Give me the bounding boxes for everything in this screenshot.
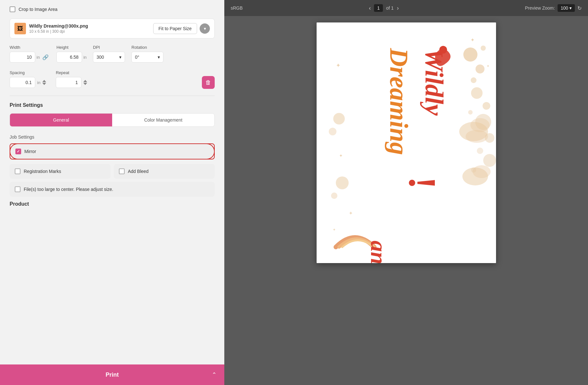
registration-marks-option: Registration Marks (10, 164, 111, 179)
svg-point-7 (468, 110, 473, 115)
zoom-dropdown-icon: ▾ (569, 5, 572, 11)
dropdown-button[interactable]: ▾ (200, 23, 210, 34)
spacing-stepper[interactable] (42, 80, 46, 85)
print-label: Print (105, 372, 119, 378)
left-panel: Crop to Image Area 🖼 Wildly Dreaming@300… (0, 0, 224, 385)
prev-page-button[interactable]: ‹ (369, 5, 371, 12)
tab-color-management[interactable]: Color Management (112, 114, 214, 126)
page-of: of 1 (386, 5, 393, 11)
rotation-select[interactable]: 0° ▾ (131, 52, 163, 63)
dimensions-row: Width in 🔗 Height in DPI 300 ▾ (10, 45, 215, 63)
zoom-label: Preview Zoom: (525, 5, 555, 11)
color-space: sRGB (231, 5, 243, 11)
svg-point-13 (333, 113, 345, 124)
repeat-down-arrow[interactable] (83, 83, 87, 85)
repeat-up-arrow[interactable] (83, 80, 87, 82)
checkbox-options-row: Registration Marks Add Bleed (10, 164, 215, 179)
spacing-label: Spacing (10, 70, 46, 75)
file-info-row: 🖼 Wildly Dreaming@300x.png 10 x 6.58 in … (10, 19, 215, 38)
spacing-down-arrow[interactable] (42, 83, 46, 85)
checkmark-icon: ✓ (17, 149, 20, 154)
preview-svg: ✦ ✦ ✦ ✦ ✦ ✦ Wild (317, 22, 496, 263)
svg-point-25 (466, 130, 488, 143)
delete-button[interactable]: 🗑 (202, 76, 215, 89)
file-name: Wildly Dreaming@300x.png (29, 23, 88, 29)
svg-point-4 (481, 46, 486, 51)
svg-text:!: ! (401, 176, 444, 189)
repeat-label: Repeat (56, 70, 87, 75)
dpi-label: DPI (93, 45, 125, 50)
files-too-large-row: File(s) too large to center. Please adju… (10, 182, 215, 197)
svg-point-14 (329, 128, 336, 135)
mirror-oval-highlight (10, 143, 215, 159)
svg-point-24 (470, 118, 490, 132)
print-settings-title: Print Settings (10, 102, 215, 108)
registration-marks-checkbox[interactable] (15, 168, 21, 174)
width-input[interactable] (10, 52, 35, 63)
svg-point-1 (463, 47, 477, 62)
svg-point-2 (476, 64, 484, 73)
repeat-group: Repeat (56, 70, 87, 88)
dpi-group: DPI 300 ▾ (93, 45, 125, 63)
link-icon[interactable]: 🔗 (41, 53, 50, 62)
tab-general[interactable]: General (10, 114, 112, 126)
refresh-button[interactable]: ↻ (577, 5, 582, 11)
file-info-left: 🖼 Wildly Dreaming@300x.png 10 x 6.58 in … (14, 23, 88, 34)
mirror-checkbox[interactable]: ✓ (15, 149, 21, 154)
height-input[interactable] (56, 52, 82, 63)
page-nav: ‹ 1 of 1 › (369, 4, 399, 12)
divider (10, 96, 215, 96)
svg-text:Dreaming: Dreaming (385, 48, 413, 155)
add-bleed-option: Add Bleed (114, 164, 215, 179)
file-info-right: Fit to Paper Size ▾ (153, 23, 210, 34)
page-number: 1 (374, 4, 383, 12)
svg-text:✦: ✦ (470, 37, 475, 43)
repeat-stepper[interactable] (83, 80, 87, 85)
file-details: Wildly Dreaming@300x.png 10 x 6.58 in | … (29, 23, 88, 34)
right-panel: sRGB ‹ 1 of 1 › Preview Zoom: 100 ▾ ↻ (224, 0, 588, 385)
svg-point-15 (336, 176, 349, 189)
zoom-section: Preview Zoom: 100 ▾ ↻ (525, 4, 582, 12)
repeat-input[interactable] (56, 77, 81, 88)
crop-label: Crop to Image Area (19, 7, 57, 12)
spacing-group: Spacing in (10, 70, 46, 88)
svg-point-16 (331, 193, 337, 199)
svg-text:✦: ✦ (349, 210, 353, 216)
print-expand-icon[interactable]: ⌃ (212, 371, 217, 378)
spacing-input[interactable] (10, 77, 35, 88)
svg-point-5 (471, 87, 483, 99)
product-label: Product (10, 201, 215, 207)
job-settings-label: Job Settings (10, 134, 215, 140)
next-page-button[interactable]: › (397, 5, 399, 12)
mirror-label: Mirror (24, 149, 36, 154)
rotation-group: Rotation 0° ▾ (131, 45, 163, 63)
zoom-number: 100 (561, 5, 568, 11)
width-unit: in (37, 55, 40, 60)
svg-text:✦: ✦ (486, 64, 490, 68)
width-group: Width in 🔗 (10, 45, 50, 63)
fit-to-paper-button[interactable]: Fit to Paper Size (153, 23, 197, 34)
svg-text:✦: ✦ (333, 227, 336, 232)
rotation-label: Rotation (131, 45, 163, 50)
add-bleed-checkbox[interactable] (119, 168, 125, 174)
spacing-unit: in (37, 80, 40, 85)
preview-paper: ✦ ✦ ✦ ✦ ✦ ✦ Wild (317, 22, 496, 263)
svg-text:anni!: anni! (366, 241, 391, 263)
height-label: Height (56, 45, 87, 50)
registration-marks-label: Registration Marks (24, 169, 61, 174)
files-too-large-checkbox[interactable] (15, 186, 21, 192)
dpi-select[interactable]: 300 ▾ (93, 52, 125, 63)
svg-text:✦: ✦ (339, 153, 343, 158)
zoom-value[interactable]: 100 ▾ (558, 4, 575, 12)
file-meta: 10 x 6.58 in | 300 dpi (29, 29, 88, 34)
print-settings-tabs: General Color Management (10, 113, 215, 127)
file-icon: 🖼 (14, 23, 26, 34)
spacing-up-arrow[interactable] (42, 80, 46, 82)
add-bleed-label: Add Bleed (128, 169, 149, 174)
crop-checkbox[interactable] (10, 6, 15, 12)
svg-point-11 (483, 154, 496, 167)
svg-point-3 (471, 77, 476, 83)
preview-toolbar: sRGB ‹ 1 of 1 › Preview Zoom: 100 ▾ ↻ (224, 0, 588, 16)
svg-point-31 (439, 46, 447, 54)
print-bar[interactable]: Print ⌃ (0, 364, 224, 385)
